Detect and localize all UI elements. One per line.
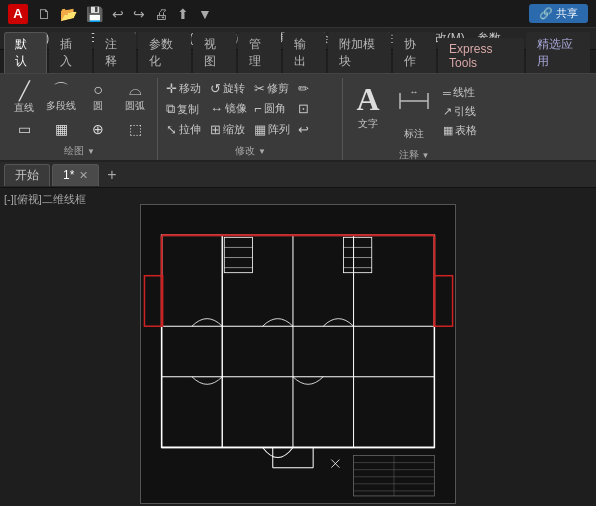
- rect-icon: ▭: [18, 122, 31, 136]
- hatch-button[interactable]: ▦: [43, 120, 79, 138]
- publish-icon[interactable]: ⬆: [174, 4, 192, 24]
- text-icon: A: [356, 83, 379, 115]
- trim-icon: ✂: [254, 81, 265, 96]
- gradient-icon: ⊕: [92, 122, 104, 136]
- arc-icon: ⌓: [129, 82, 142, 98]
- svg-text:↔: ↔: [410, 87, 419, 97]
- dimension-button[interactable]: ↔ 标注: [392, 80, 436, 144]
- save-icon[interactable]: 💾: [83, 4, 106, 24]
- fillet-button[interactable]: ⌐ 圆角: [251, 100, 294, 117]
- undo-icon[interactable]: ↩: [109, 4, 127, 24]
- stretch-icon: ⤡: [166, 122, 177, 137]
- rotate-icon: ↺: [210, 81, 221, 96]
- stretch-button[interactable]: ⤡ 拉伸: [163, 121, 206, 138]
- annotation-group: A 文字 ↔ 标注 ═ 线性: [344, 78, 484, 160]
- mirror-button[interactable]: ↔ 镜像: [207, 100, 250, 117]
- text-button[interactable]: A 文字: [348, 80, 388, 134]
- annotation-tools: A 文字 ↔ 标注 ═ 线性: [348, 78, 480, 146]
- plot-icon[interactable]: 🖨: [151, 4, 171, 24]
- line-icon: ╱: [19, 82, 30, 100]
- tab-annotation[interactable]: 注释: [94, 32, 137, 73]
- extra-icon[interactable]: ▼: [195, 4, 215, 24]
- modify-dropdown-icon[interactable]: ▼: [258, 147, 266, 156]
- app-icon: A: [8, 4, 28, 24]
- ribbon-tabs: 默认 插入 注释 参数化 视图 管理 输出 附加模块 协作 Express To…: [0, 50, 596, 74]
- trim-button[interactable]: ✂ 修剪: [251, 80, 294, 97]
- tab-addons[interactable]: 附加模块: [328, 32, 392, 73]
- draw-tools: ╱ 直线 ⌒ 多段线 ○ 圆 ⌓ 圆弧 ▭ ▦ ⊕: [6, 78, 153, 142]
- linear-dim-icon: ═: [443, 87, 451, 99]
- open-icon[interactable]: 📂: [57, 4, 80, 24]
- ribbon-content: ╱ 直线 ⌒ 多段线 ○ 圆 ⌓ 圆弧 ▭ ▦ ⊕: [0, 74, 596, 162]
- document-tabs: 开始 1* ✕ +: [0, 162, 596, 188]
- viewport-label: [-][俯视]二维线框: [4, 192, 86, 207]
- rotate-button[interactable]: ↺ 旋转: [207, 80, 250, 97]
- svg-rect-4: [141, 205, 454, 503]
- tab-parametric[interactable]: 参数化: [138, 32, 191, 73]
- leader-icon: ↗: [443, 105, 452, 118]
- erase-icon: ✏: [298, 81, 309, 96]
- tab-manage[interactable]: 管理: [238, 32, 281, 73]
- hatch-icon: ▦: [55, 122, 68, 136]
- fillet-icon: ⌐: [254, 101, 262, 116]
- modify-group: ✛ 移动 ↺ 旋转 ✂ 修剪 ✏ ⧉ 复制 ↔ 镜像 ⌐: [159, 78, 343, 160]
- move-button[interactable]: ✛ 移动: [163, 80, 206, 97]
- tab-default[interactable]: 默认: [4, 32, 47, 73]
- copy-icon: ⧉: [166, 101, 175, 117]
- canvas-area[interactable]: [-][俯视]二维线框: [0, 188, 596, 506]
- share-button[interactable]: 🔗 共享: [529, 4, 588, 23]
- quick-toolbar: 🗋 📂 💾 ↩ ↪ 🖨 ⬆ ▼: [34, 4, 215, 24]
- tab-featured[interactable]: 精选应用: [526, 32, 590, 73]
- drawing-container: [140, 204, 456, 504]
- array-icon: ▦: [254, 122, 266, 137]
- scale-button[interactable]: ⊞ 缩放: [207, 121, 250, 138]
- erase-button[interactable]: ✏: [295, 80, 338, 97]
- tab-express-tools[interactable]: Express Tools: [438, 38, 524, 73]
- annotation-group-label: 注释 ▼: [399, 146, 430, 164]
- undo-modify-icon: ↩: [298, 122, 309, 137]
- scale-icon: ⊞: [210, 122, 221, 137]
- draw-group: ╱ 直线 ⌒ 多段线 ○ 圆 ⌓ 圆弧 ▭ ▦ ⊕: [2, 78, 158, 160]
- draw-dropdown-icon[interactable]: ▼: [87, 147, 95, 156]
- extend-icon: ⊡: [298, 101, 309, 116]
- circle-button[interactable]: ○ 圆: [80, 80, 116, 115]
- boundary-button[interactable]: ⬚: [117, 120, 153, 138]
- leader-button[interactable]: ↗ 引线: [440, 103, 480, 120]
- table-button[interactable]: ▦ 表格: [440, 122, 480, 139]
- tab-start[interactable]: 开始: [4, 164, 50, 186]
- annotation-dropdown-icon[interactable]: ▼: [422, 151, 430, 160]
- tab-drawing1-close[interactable]: ✕: [79, 169, 88, 182]
- copy-button[interactable]: ⧉ 复制: [163, 100, 206, 118]
- array-button[interactable]: ▦ 阵列: [251, 121, 294, 138]
- new-icon[interactable]: 🗋: [34, 4, 54, 24]
- polyline-button[interactable]: ⌒ 多段线: [43, 80, 79, 115]
- extend-button[interactable]: ⊡: [295, 100, 338, 117]
- tab-output[interactable]: 输出: [283, 32, 326, 73]
- boundary-icon: ⬚: [129, 122, 142, 136]
- tab-collaborate[interactable]: 协作: [393, 32, 436, 73]
- share-label: 共享: [556, 6, 578, 21]
- modify-group-label: 修改 ▼: [235, 142, 266, 160]
- table-icon: ▦: [443, 124, 453, 137]
- polyline-icon: ⌒: [53, 82, 69, 98]
- redo-icon[interactable]: ↪: [130, 4, 148, 24]
- circle-icon: ○: [93, 82, 103, 98]
- tab-view[interactable]: 视图: [193, 32, 236, 73]
- tab-drawing1[interactable]: 1* ✕: [52, 164, 99, 186]
- title-bar: A 🗋 📂 💾 ↩ ↪ 🖨 ⬆ ▼ 🔗 共享: [0, 0, 596, 28]
- modify-tools: ✛ 移动 ↺ 旋转 ✂ 修剪 ✏ ⧉ 复制 ↔ 镜像 ⌐: [163, 78, 338, 142]
- floor-plan-svg: [141, 205, 455, 503]
- undo-modify-button[interactable]: ↩: [295, 121, 338, 138]
- linear-dim-button[interactable]: ═ 线性: [440, 84, 480, 101]
- new-tab-button[interactable]: +: [101, 166, 122, 184]
- line-button[interactable]: ╱ 直线: [6, 80, 42, 117]
- share-icon: 🔗: [539, 7, 553, 20]
- draw-group-label: 绘图 ▼: [64, 142, 95, 160]
- tab-insert[interactable]: 插入: [49, 32, 92, 73]
- gradient-button[interactable]: ⊕: [80, 120, 116, 138]
- move-icon: ✛: [166, 81, 177, 96]
- rect-button[interactable]: ▭: [6, 120, 42, 138]
- arc-button[interactable]: ⌓ 圆弧: [117, 80, 153, 115]
- mirror-icon: ↔: [210, 101, 223, 116]
